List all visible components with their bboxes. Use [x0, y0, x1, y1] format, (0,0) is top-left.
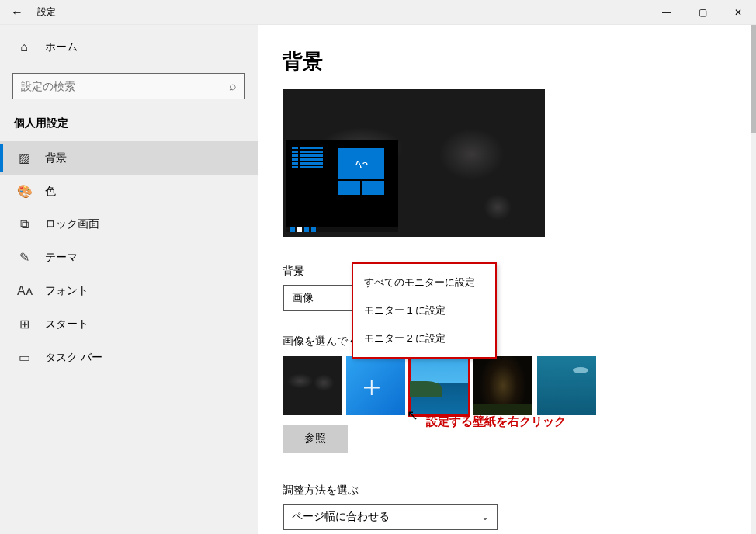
search-input[interactable]	[21, 80, 229, 92]
sidebar-item-label: 色	[45, 185, 56, 199]
taskbar-icon: ▭	[17, 350, 31, 365]
fit-label: 調整方法を選ぶ	[283, 484, 756, 498]
lockscreen-icon: ⧉	[17, 217, 31, 231]
desktop-preview: Aa	[283, 89, 545, 237]
sidebar: ⌂ ホーム ⌕ 個人用設定 ▨ 背景 🎨 色 ⧉ ロック画面 ✎ テーマ Aᴀ …	[0, 25, 258, 534]
ctx-set-monitor-2[interactable]: モニター 2 に設定	[353, 324, 495, 352]
dropdown-value: ページ幅に合わせる	[292, 510, 390, 524]
image-thumbnails	[283, 356, 756, 415]
picture-icon: ▨	[17, 151, 31, 165]
title-bar: ← 設定 — ▢ ✕	[0, 0, 756, 25]
sidebar-item-label: タスク バー	[45, 351, 102, 365]
palette-icon: 🎨	[17, 184, 31, 199]
window-title: 設定	[37, 5, 56, 19]
start-icon: ⊞	[17, 317, 31, 331]
sidebar-item-label: テーマ	[45, 251, 78, 265]
thumbnail-2[interactable]	[346, 356, 405, 415]
page-title: 背景	[283, 48, 756, 75]
dropdown-value: 画像	[292, 291, 314, 305]
chevron-down-icon: ⌄	[481, 511, 489, 522]
sidebar-item-label: スタート	[45, 317, 88, 331]
context-menu: すべてのモニターに設定 モニター 1 に設定 モニター 2 に設定	[352, 262, 497, 359]
thumbnail-3-selected[interactable]	[410, 356, 469, 415]
maximize-button[interactable]: ▢	[685, 0, 720, 25]
close-button[interactable]: ✕	[720, 0, 756, 25]
home-label: ホーム	[45, 40, 78, 54]
minimize-button[interactable]: —	[649, 0, 685, 25]
close-icon: ✕	[734, 7, 742, 18]
thumbnail-1[interactable]	[283, 356, 342, 415]
sidebar-item-background[interactable]: ▨ 背景	[0, 141, 258, 175]
scrollbar-thumb[interactable]	[751, 25, 756, 134]
minimize-icon: —	[662, 7, 671, 18]
annotation-text: 設定する壁紙を右クリック	[426, 414, 566, 429]
search-box[interactable]: ⌕	[12, 73, 245, 99]
home-nav[interactable]: ⌂ ホーム	[0, 33, 258, 62]
sidebar-item-start[interactable]: ⊞ スタート	[0, 307, 258, 341]
home-icon: ⌂	[17, 40, 31, 54]
themes-icon: ✎	[17, 250, 31, 265]
sidebar-item-taskbar[interactable]: ▭ タスク バー	[0, 341, 258, 374]
category-title: 個人用設定	[0, 113, 258, 141]
ctx-set-all-monitors[interactable]: すべてのモニターに設定	[353, 269, 495, 296]
sidebar-item-fonts[interactable]: Aᴀ フォント	[0, 274, 258, 307]
back-button[interactable]: ←	[0, 0, 34, 25]
sidebar-item-colors[interactable]: 🎨 色	[0, 175, 258, 208]
sidebar-item-themes[interactable]: ✎ テーマ	[0, 241, 258, 274]
browse-button[interactable]: 参照	[283, 425, 348, 453]
sidebar-item-label: フォント	[45, 284, 88, 298]
maximize-icon: ▢	[699, 7, 707, 18]
ctx-set-monitor-1[interactable]: モニター 1 に設定	[353, 296, 495, 324]
fit-dropdown[interactable]: ページ幅に合わせる ⌄	[283, 504, 498, 530]
search-icon: ⌕	[229, 79, 237, 93]
content-area: 背景 Aa 背景 画像 ⌄ 画像を選んでください 参照	[258, 25, 756, 534]
thumbnail-5[interactable]	[537, 356, 596, 415]
back-arrow-icon: ←	[11, 5, 23, 19]
fonts-icon: Aᴀ	[17, 283, 31, 298]
thumbnail-4[interactable]	[473, 356, 532, 415]
sidebar-item-label: ロック画面	[45, 217, 99, 231]
sidebar-item-lockscreen[interactable]: ⧉ ロック画面	[0, 208, 258, 241]
sidebar-item-label: 背景	[45, 151, 67, 165]
